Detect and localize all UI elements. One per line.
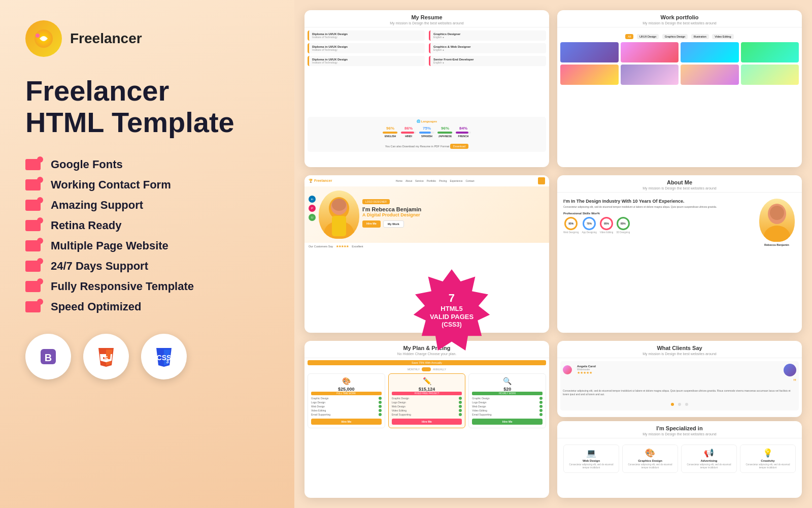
about-heading: I'm In The Design Industry With 10 Years…: [563, 199, 754, 204]
title-line2: HTML Template: [25, 106, 234, 138]
social-linkedin[interactable]: in: [309, 196, 316, 203]
skill-web-design: 95% Web Designing: [563, 217, 579, 234]
badge-line2: VALID PAGES: [430, 313, 473, 321]
social-sidebar: in P U: [309, 190, 316, 239]
skill-3d-design: 85% 3D Designing: [616, 217, 630, 234]
feature-multipage: Multiple Page Website: [25, 239, 269, 252]
svg-point-18: [332, 199, 346, 211]
portfolio-grid: [560, 42, 799, 85]
hero-avatar: [319, 190, 359, 239]
service-icon-creativity: 💡: [743, 448, 792, 458]
my-work-button[interactable]: My Work: [383, 220, 404, 228]
testimonial-avatar-right: [784, 364, 796, 376]
resume-timeline: Diploma in UI/UX Design Institute of Tec…: [308, 30, 546, 115]
feature-support: Amazing Support: [25, 199, 269, 212]
star-rating: ★★★★★: [577, 371, 596, 375]
pricing-icon-3: 🔍: [472, 377, 543, 385]
pricing-row: Video Editing: [311, 409, 382, 412]
svg-point-2: [36, 34, 40, 38]
tab-uiux[interactable]: UI/UX Design: [637, 34, 659, 39]
services-header: I'm Specialized in My mission is Design …: [557, 421, 802, 438]
about-skills: 95% Web Designing 70% App Designing 95% …: [563, 217, 754, 234]
feature-label: Google Fonts: [51, 158, 123, 171]
feature-retina: Retina Ready: [25, 219, 269, 232]
price-3: $20: [472, 387, 543, 392]
pricing-card-fulltime: 🎨 $25,000 FULL TIME WORK Graphic Design …: [308, 373, 385, 428]
feature-label: Working Contact Form: [51, 178, 171, 192]
price-2: $15,124: [392, 387, 462, 392]
social-pinterest[interactable]: P: [309, 205, 316, 212]
feature-bullet-icon: [25, 200, 41, 211]
timeline-col-right: Graphics Designer English ● Graphics & W…: [429, 30, 546, 115]
feature-label: Retina Ready: [51, 219, 121, 232]
resume-subtitle: My mission is Design the best websites a…: [310, 21, 544, 25]
social-upwork[interactable]: U: [309, 214, 316, 221]
badge-number: 7: [430, 292, 473, 305]
service-name: Web Design: [567, 459, 616, 462]
service-name: Graphics Design: [626, 459, 674, 462]
svg-text:CSS: CSS: [157, 354, 172, 362]
right-column-bottom: What Clients Say My mission is Design th…: [557, 341, 802, 498]
service-desc: Consectetur adipiscing elit, sed do eius…: [567, 463, 616, 469]
lang-hindi: 86% HINDI: [401, 126, 416, 138]
features-list: Google Fonts Working Contact Form Amazin…: [25, 158, 269, 313]
clients-subtitle: My mission is Design the best websites a…: [562, 352, 797, 356]
quote-icon: ": [563, 378, 796, 387]
hero-role: A Digital Product Designer: [362, 212, 545, 217]
pricing-row: Graphic Design: [472, 397, 543, 400]
hero-text: LOGO DESIGNER I'm Rebecca Benjamin A Dig…: [362, 190, 545, 239]
tab-graphics[interactable]: Graphics Design: [662, 34, 688, 39]
hire-btn-2[interactable]: Hire Me: [392, 419, 462, 425]
hero-nav: 🏆 Freelancer Home About Service Portfoli…: [304, 175, 549, 186]
feature-label: Amazing Support: [51, 199, 143, 212]
portfolio-thumb: [560, 65, 619, 85]
pricing-row: Graphic Design: [392, 397, 462, 400]
feature-bullet-icon: [25, 220, 41, 231]
pricing-row: Logo Design: [472, 401, 543, 404]
testimonial-header: Angela Carol Webmaster ★★★★★: [563, 364, 796, 376]
skills-heading: Professional Skills Wor%: [563, 212, 754, 215]
hero-nav-links: Home About Service Portfolio Pricing Exp…: [396, 179, 475, 182]
pricing-subtitle: No Hidden Charge Choose your plan.: [310, 352, 544, 356]
tab-all[interactable]: All: [625, 34, 633, 39]
tab-illustration[interactable]: Illustration: [691, 34, 709, 39]
screenshot-portfolio: Work portfolio My mission is Design the …: [557, 10, 802, 167]
hire-btn-3[interactable]: Hire Me: [472, 419, 543, 425]
hire-btn-1[interactable]: Hire Me: [311, 419, 382, 425]
clients-body: Angela Carol Webmaster ★★★★★ " Consectet…: [557, 358, 802, 414]
badge-line3: (CSS3): [430, 321, 473, 328]
screenshot-pricing: My Plan & Pricing No Hidden Charge Choos…: [304, 341, 549, 498]
service-icon-graphics: 🎨: [626, 448, 674, 458]
pricing-card-fixed: ✏️ $15,124 FIXED FREE PROJECT Graphic De…: [388, 373, 466, 428]
pricing-icon-1: 🎨: [311, 377, 382, 385]
pricing-card-hourly: 🔍 $20 HOURLY WORK Graphic Design Logo De…: [468, 373, 546, 428]
starburst-badge: 7 HTML5 VALID PAGES (CSS3): [411, 269, 492, 351]
pricing-body: Save 75% With Annually MONTHLY ANNUALLY …: [304, 358, 549, 494]
nav-menu-icon: [538, 177, 545, 184]
service-desc: Consectetur adipiscing elit, sed do eius…: [743, 463, 792, 469]
portfolio-thumb: [621, 65, 679, 85]
price-1: $25,000: [311, 387, 382, 392]
feature-google-fonts: Google Fonts: [25, 158, 269, 171]
download-button[interactable]: Download: [450, 144, 468, 149]
pricing-cards: 🎨 $25,000 FULL TIME WORK Graphic Design …: [308, 373, 546, 428]
feature-bullet-icon: [25, 261, 41, 272]
feature-speed: Speed Optimized: [25, 300, 269, 313]
services-grid: 💻 Web Design Consectetur adipiscing elit…: [560, 441, 799, 476]
toggle-switch[interactable]: [422, 367, 431, 371]
about-content: I'm In The Design Industry With 10 Years…: [560, 196, 799, 249]
pricing-row: Email Supporting: [472, 413, 543, 416]
timeline-item: Senior Front-End Developer English ●: [429, 56, 546, 66]
starburst-text: 7 HTML5 VALID PAGES (CSS3): [430, 292, 473, 328]
portfolio-title: Work portfolio: [562, 14, 797, 20]
title-line1: Freelancer: [25, 75, 169, 107]
badge-line1: HTML5: [430, 305, 473, 313]
screenshot-about: About Me My mission is Design the best w…: [557, 175, 802, 332]
hire-me-button[interactable]: Hire Me: [362, 220, 381, 228]
about-avatar: [759, 199, 795, 242]
feature-responsive: Fully Responsive Template: [25, 280, 269, 293]
portfolio-header: Work portfolio My mission is Design the …: [557, 10, 802, 27]
tab-video[interactable]: Video Editing: [712, 34, 733, 39]
person-name: Rebecca Benjamin: [758, 243, 796, 246]
feature-bullet-icon: [25, 159, 41, 170]
